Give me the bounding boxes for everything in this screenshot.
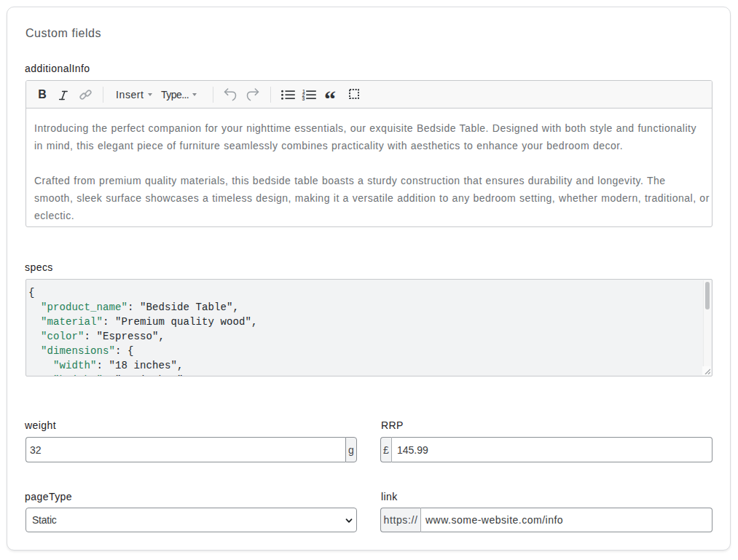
svg-text:3: 3 — [302, 96, 305, 101]
